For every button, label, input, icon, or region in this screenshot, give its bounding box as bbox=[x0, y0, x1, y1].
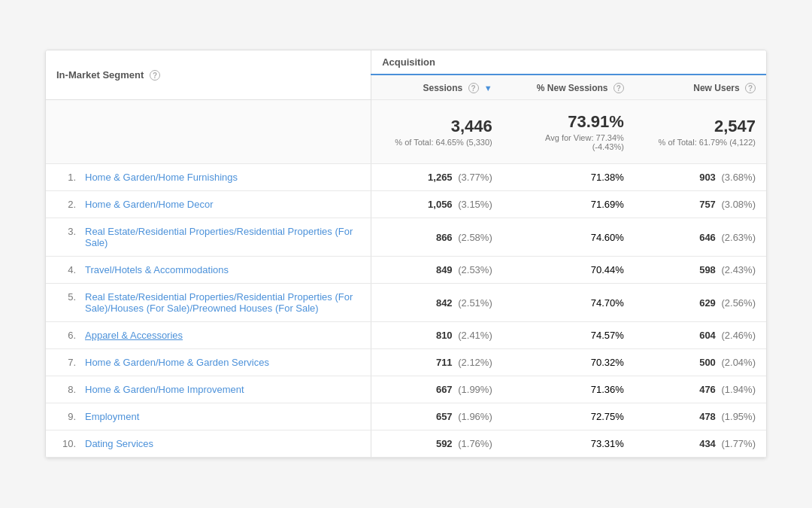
top-header-row: In-Market Segment ? Acquisition bbox=[46, 50, 766, 75]
sessions-pct: (3.77%) bbox=[456, 172, 492, 183]
new-sessions-value: 70.44% bbox=[591, 264, 624, 275]
table-row: 4.Travel/Hotels & Accommodations849 (2.5… bbox=[46, 257, 766, 284]
totals-sessions-cell: 3,446 % of Total: 64.65% (5,330) bbox=[371, 100, 503, 164]
sessions-pct: (3.15%) bbox=[456, 199, 492, 210]
new-sessions-cell: 73.31% bbox=[503, 430, 635, 458]
new-sessions-cell: 71.36% bbox=[503, 376, 635, 403]
segment-link[interactable]: Home & Garden/Home Furnishings bbox=[85, 172, 238, 183]
new-users-cell: 604 (2.46%) bbox=[635, 322, 766, 349]
sessions-pct: (2.51%) bbox=[456, 297, 492, 309]
sessions-value: 711 bbox=[436, 357, 453, 368]
new-users-cell: 629 (2.56%) bbox=[635, 284, 766, 322]
sessions-cell: 810 (2.41%) bbox=[371, 322, 503, 349]
new-sessions-cell: 74.70% bbox=[503, 284, 635, 322]
sessions-value: 866 bbox=[436, 232, 453, 243]
sessions-help-icon[interactable]: ? bbox=[468, 83, 479, 93]
segment-cell: 9.Employment bbox=[46, 403, 371, 430]
new-users-pct: (1.94%) bbox=[719, 384, 756, 395]
new-users-value: 598 bbox=[699, 264, 716, 275]
table-row: 1.Home & Garden/Home Furnishings1,265 (3… bbox=[46, 164, 766, 191]
sessions-pct: (2.41%) bbox=[456, 330, 492, 341]
new-users-value: 629 bbox=[699, 297, 716, 309]
new-sessions-value: 71.36% bbox=[591, 384, 624, 395]
new-sessions-col-header: % New Sessions ? bbox=[503, 75, 635, 100]
in-market-label: In-Market Segment bbox=[56, 69, 144, 81]
table-row: 6.Apparel & Accessories810 (2.41%)74.57%… bbox=[46, 322, 766, 349]
row-number: 8. bbox=[56, 384, 79, 395]
new-users-cell: 598 (2.43%) bbox=[635, 257, 766, 284]
new-users-cell: 757 (3.08%) bbox=[635, 191, 766, 218]
analytics-table-container: In-Market Segment ? Acquisition Sessions… bbox=[45, 50, 767, 458]
new-users-value: 478 bbox=[699, 411, 716, 422]
acquisition-header: Acquisition bbox=[371, 50, 766, 75]
new-users-help-icon[interactable]: ? bbox=[745, 83, 756, 93]
new-sessions-value: 73.31% bbox=[591, 438, 624, 449]
sessions-pct: (1.96%) bbox=[456, 411, 492, 422]
new-sessions-cell: 71.69% bbox=[503, 191, 635, 218]
new-sessions-cell: 74.57% bbox=[503, 322, 635, 349]
new-sessions-help-icon[interactable]: ? bbox=[614, 83, 624, 93]
new-users-col-header: New Users ? bbox=[635, 75, 766, 100]
new-sessions-cell: 70.44% bbox=[503, 257, 635, 284]
segment-link[interactable]: Apparel & Accessories bbox=[85, 330, 183, 341]
sessions-cell: 866 (2.58%) bbox=[371, 218, 503, 257]
table-row: 10.Dating Services592 (1.76%)73.31%434 (… bbox=[46, 430, 766, 458]
new-users-cell: 476 (1.94%) bbox=[635, 376, 766, 403]
segment-link[interactable]: Home & Garden/Home Improvement bbox=[85, 384, 244, 395]
new-users-cell: 478 (1.95%) bbox=[635, 403, 766, 430]
table-row: 7.Home & Garden/Home & Garden Services71… bbox=[46, 349, 766, 376]
segment-link[interactable]: Real Estate/Residential Properties/Resid… bbox=[85, 291, 360, 314]
table-row: 9.Employment657 (1.96%)72.75%478 (1.95%) bbox=[46, 403, 766, 430]
new-sessions-value: 74.60% bbox=[591, 232, 624, 243]
new-users-pct: (2.43%) bbox=[719, 264, 756, 275]
new-sessions-label: % New Sessions bbox=[537, 83, 608, 93]
new-users-pct: (2.04%) bbox=[719, 357, 756, 368]
sessions-value: 842 bbox=[436, 297, 453, 309]
new-users-value: 646 bbox=[699, 232, 716, 243]
new-sessions-value: 74.57% bbox=[591, 330, 624, 341]
segment-cell: 8.Home & Garden/Home Improvement bbox=[46, 376, 371, 403]
segment-link[interactable]: Real Estate/Residential Properties/Resid… bbox=[85, 226, 360, 248]
sessions-cell: 667 (1.99%) bbox=[371, 376, 503, 403]
row-number: 7. bbox=[56, 357, 79, 368]
new-users-value: 500 bbox=[699, 357, 716, 368]
segment-cell: 10.Dating Services bbox=[46, 430, 371, 458]
new-users-pct: (3.08%) bbox=[719, 199, 756, 210]
new-users-cell: 646 (2.63%) bbox=[635, 218, 766, 257]
new-sessions-cell: 71.38% bbox=[503, 164, 635, 191]
sessions-cell: 711 (2.12%) bbox=[371, 349, 503, 376]
sort-icon[interactable]: ▼ bbox=[484, 84, 492, 93]
new-sessions-value: 71.69% bbox=[591, 199, 624, 210]
sessions-value: 1,056 bbox=[428, 199, 453, 210]
totals-segment-cell bbox=[46, 100, 371, 164]
segment-link[interactable]: Dating Services bbox=[85, 438, 153, 449]
segment-link[interactable]: Travel/Hotels & Accommodations bbox=[85, 264, 229, 275]
segment-cell: 2.Home & Garden/Home Decor bbox=[46, 191, 371, 218]
sessions-value: 667 bbox=[436, 384, 453, 395]
totals-sessions-sub: % of Total: 64.65% (5,330) bbox=[382, 138, 492, 147]
new-users-cell: 434 (1.77%) bbox=[635, 430, 766, 458]
segment-cell: 6.Apparel & Accessories bbox=[46, 322, 371, 349]
segment-link[interactable]: Home & Garden/Home Decor bbox=[85, 199, 214, 210]
segment-cell: 5.Real Estate/Residential Properties/Res… bbox=[46, 284, 371, 322]
new-users-value: 604 bbox=[699, 330, 716, 341]
new-users-pct: (2.56%) bbox=[719, 297, 756, 309]
segment-cell: 3.Real Estate/Residential Properties/Res… bbox=[46, 218, 371, 257]
new-users-pct: (2.63%) bbox=[719, 232, 756, 243]
sessions-value: 849 bbox=[436, 264, 453, 275]
totals-new-users-value: 2,547 bbox=[645, 117, 756, 136]
sessions-cell: 592 (1.76%) bbox=[371, 430, 503, 458]
row-number: 5. bbox=[56, 291, 79, 303]
in-market-help-icon[interactable]: ? bbox=[150, 70, 160, 81]
segment-link[interactable]: Home & Garden/Home & Garden Services bbox=[85, 357, 269, 368]
new-users-pct: (2.46%) bbox=[719, 330, 756, 341]
sessions-value: 592 bbox=[436, 438, 453, 449]
totals-row: 3,446 % of Total: 64.65% (5,330) 73.91% … bbox=[46, 100, 766, 164]
new-sessions-cell: 72.75% bbox=[503, 403, 635, 430]
new-sessions-value: 74.70% bbox=[591, 297, 624, 309]
row-number: 6. bbox=[56, 330, 79, 341]
sessions-value: 1,265 bbox=[428, 172, 453, 183]
row-number: 1. bbox=[56, 172, 79, 183]
segment-link[interactable]: Employment bbox=[85, 411, 139, 422]
table-row: 5.Real Estate/Residential Properties/Res… bbox=[46, 284, 766, 322]
